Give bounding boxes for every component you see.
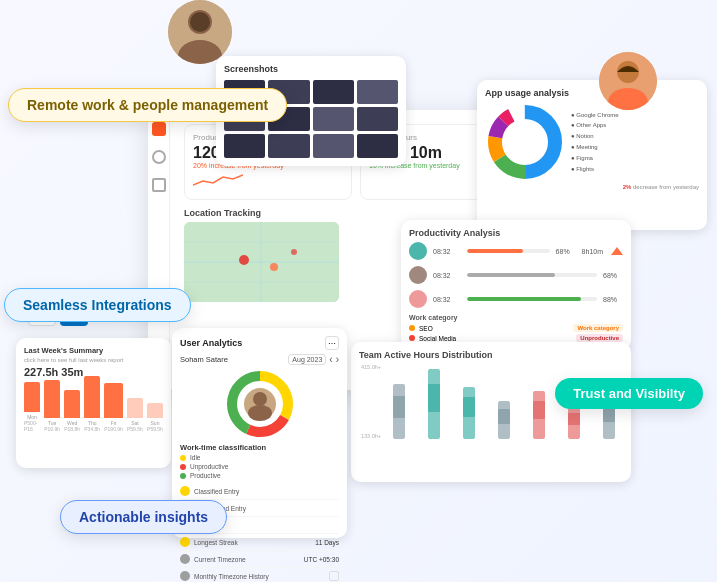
worktime-productive: Productive: [180, 472, 339, 479]
ua-month[interactable]: Aug 2023: [288, 354, 326, 365]
legend-label-seo: SEO: [419, 325, 569, 332]
prod-bar-bg-2: [467, 273, 597, 277]
bar-group-3: [455, 387, 484, 439]
detail-icon-classified: [180, 486, 190, 496]
wt-dot-idle: [180, 455, 186, 461]
screenshot-thumb: [224, 134, 265, 158]
screenshots-title: Screenshots: [224, 64, 398, 74]
bar-6: [568, 407, 580, 439]
lw-bar-mon: Mon P500-P16: [24, 382, 40, 432]
prod-bar-2: [467, 273, 555, 277]
wt-label-unproductive: Unproductive: [190, 463, 228, 470]
pill-trust: Trust and Visibilty: [555, 378, 703, 409]
ua-settings-button[interactable]: ⋯: [325, 336, 339, 350]
bar-2: [428, 369, 440, 439]
bar-inner-2: [428, 384, 440, 412]
wt-label-idle: Idle: [190, 454, 200, 461]
svg-point-18: [239, 255, 249, 265]
pill-actionable: Actionable insights: [60, 500, 227, 534]
lw-bar-fri: Fri P190.9h: [104, 383, 123, 432]
detail-icon-history: [180, 571, 190, 581]
y-axis: 415.0h+ 133.0h+: [359, 364, 383, 439]
detail-value-timezone: UTC +05:30: [304, 556, 339, 563]
wt-dot-productive: [180, 473, 186, 479]
pill-remote: Remote work & people management: [8, 88, 287, 122]
work-category-label: Work category: [409, 314, 623, 321]
productivity-row-2: 08:32 68%: [409, 266, 623, 284]
mini-avatar-2: [409, 266, 427, 284]
ua-nav: Aug 2023 ‹ ›: [288, 354, 339, 365]
ua-prev-button[interactable]: ‹: [329, 354, 332, 365]
ua-header: User Analytics ⋯: [180, 336, 339, 350]
productivity-card: Productivity Analysis 08:32 68% 8h10m 08…: [401, 220, 631, 350]
bar-group-5: [524, 391, 553, 439]
app-usage-card: App usage analysis ● Google Chrome ● Oth…: [477, 80, 707, 230]
sparkline: [193, 171, 243, 187]
app-usage-title: App usage analysis: [485, 88, 699, 98]
worktime-unproductive: Unproductive: [180, 463, 339, 470]
ua-next-button[interactable]: ›: [336, 354, 339, 365]
legend-dot-seo: [409, 325, 415, 331]
mini-avatar-1: [409, 242, 427, 260]
prod-time-1: 08:32: [433, 248, 461, 255]
main-scene: Remote work & people management Seamless…: [0, 0, 717, 582]
bar-inner-3: [463, 397, 475, 417]
detail-history: Monthly Timezone History: [180, 568, 339, 582]
screenshot-thumb: [313, 107, 354, 131]
ua-user-row: Soham Satare Aug 2023 ‹ ›: [180, 354, 339, 365]
detail-calendar-icon: [329, 571, 339, 581]
prod-bar-3: [467, 297, 581, 301]
prod-bar-bg-1: [467, 249, 550, 253]
donut-chart: [485, 102, 565, 182]
screenshot-thumb: [357, 80, 398, 104]
prod-pct-1: 68%: [556, 248, 576, 255]
legend-badge-social: Unproductive: [576, 334, 623, 342]
prod-hours-1: 8h10m: [582, 248, 603, 255]
sidebar-icon-2: [152, 150, 166, 164]
donut-labels: ● Google Chrome ● Other Apps ● Notion ● …: [571, 110, 619, 175]
bar-3: [463, 387, 475, 439]
prod-bar-bg-3: [467, 297, 597, 301]
detail-icon-timezone: [180, 554, 190, 564]
prod-pct-2: 68%: [603, 272, 623, 279]
wt-label-productive: Productive: [190, 472, 221, 479]
prod-pct-3: 88%: [603, 296, 623, 303]
lw-bar-sun: Sun P59.5h: [147, 403, 163, 432]
svg-point-20: [291, 249, 297, 255]
bar-5: [533, 391, 545, 439]
bar-4: [498, 401, 510, 439]
bar-group-2: [420, 369, 449, 439]
bar-inner-5: [533, 401, 545, 419]
productivity-title: Productivity Analysis: [409, 228, 623, 238]
svg-point-12: [511, 128, 539, 156]
avatar-woman: [599, 52, 657, 110]
svg-point-26: [248, 405, 272, 421]
svg-point-25: [253, 392, 267, 406]
map-svg: [184, 222, 339, 302]
lastweek-subtitle: click here to see full last weeks report: [24, 357, 163, 363]
ua-username: Soham Satare: [180, 355, 228, 364]
sidebar-icon-3: [152, 178, 166, 192]
detail-classified: Classified Entry: [180, 483, 339, 500]
y-mid: 133.0h+: [361, 433, 381, 439]
lw-bar-wed: Wed P18.8h: [64, 390, 80, 432]
worktime-title: Work-time classification: [180, 443, 339, 452]
productivity-rows: 08:32 68% 8h10m 08:32 68% 08:32: [409, 242, 623, 308]
team-hours-card: Team Active Hours Distribution 415.0h+ 1…: [351, 342, 631, 482]
donut-area: ● Google Chrome ● Other Apps ● Notion ● …: [485, 102, 699, 182]
legend-seo: SEO Work category: [409, 324, 623, 332]
team-hours-title: Team Active Hours Distribution: [359, 350, 623, 360]
lw-bar-tue: Tue P16.9h: [44, 380, 60, 432]
screenshot-thumb: [357, 107, 398, 131]
ua-donut: [225, 369, 295, 439]
mini-avatar-3: [409, 290, 427, 308]
productivity-row-3: 08:32 88%: [409, 290, 623, 308]
prod-bar-1: [467, 249, 523, 253]
productivity-row-1: 08:32 68% 8h10m: [409, 242, 623, 260]
detail-label-classified: Classified Entry: [180, 486, 239, 496]
bar-inner-4: [498, 409, 510, 424]
prod-time-3: 08:32: [433, 296, 461, 303]
decrease-note: 2% decrease from yesterday: [485, 184, 699, 190]
screenshot-thumb: [357, 134, 398, 158]
bar-group-1: [385, 384, 414, 439]
